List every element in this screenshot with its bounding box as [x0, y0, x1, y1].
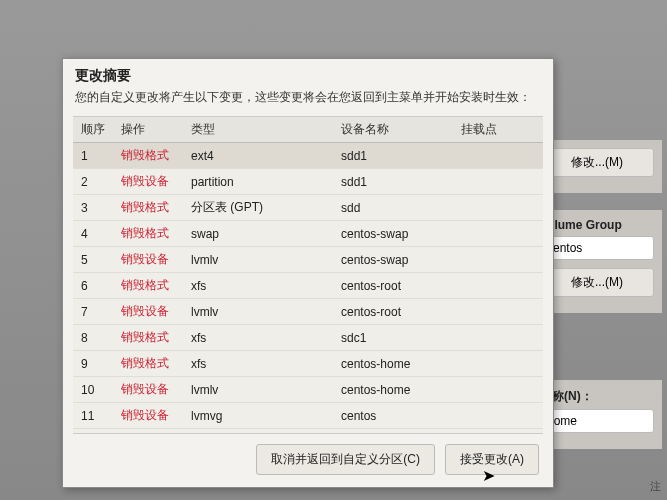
cell-type: lvmlv [183, 377, 333, 403]
cell-type: partition [183, 169, 333, 195]
cell-device: centos-swap [333, 221, 453, 247]
cell-mount [453, 325, 543, 351]
cell-device: centos [333, 403, 453, 429]
cell-order: 10 [73, 377, 113, 403]
cell-device: sdd1 [333, 169, 453, 195]
cell-mount [453, 299, 543, 325]
cell-type: xfs [183, 351, 333, 377]
cell-operation: 销毁设备 [113, 169, 183, 195]
bg-modify-button[interactable]: 修改...(M) [540, 268, 654, 297]
cell-type: xfs [183, 273, 333, 299]
footnote: 注 [650, 479, 661, 494]
dialog-title: 更改摘要 [75, 67, 541, 85]
changes-table: 顺序 操作 类型 设备名称 挂载点 1销毁格式ext4sdd12销毁设备part… [73, 117, 543, 434]
cell-type: 分区表 (GPT) [183, 195, 333, 221]
cell-operation: 销毁设备 [113, 247, 183, 273]
cell-type: ext4 [183, 143, 333, 169]
cell-order: 6 [73, 273, 113, 299]
accept-button[interactable]: 接受更改(A) [445, 444, 539, 475]
cell-device: centos-home [333, 377, 453, 403]
cell-device: centos-root [333, 299, 453, 325]
cell-device: centos-swap [333, 247, 453, 273]
cell-order: 1 [73, 143, 113, 169]
table-row[interactable]: 4销毁格式swapcentos-swap [73, 221, 543, 247]
table-row[interactable]: 9销毁格式xfscentos-home [73, 351, 543, 377]
table-row[interactable]: 3销毁格式分区表 (GPT)sdd [73, 195, 543, 221]
cell-mount [453, 351, 543, 377]
cell-mount [453, 195, 543, 221]
cell-type: lvmvg [183, 403, 333, 429]
changes-table-container: 顺序 操作 类型 设备名称 挂载点 1销毁格式ext4sdd12销毁设备part… [73, 116, 543, 434]
cell-device: centos-root [333, 273, 453, 299]
cell-order: 7 [73, 299, 113, 325]
cell-device: sdd [333, 195, 453, 221]
name-field[interactable]: home [540, 409, 654, 433]
vg-value[interactable]: centos [540, 236, 654, 260]
cell-mount [453, 247, 543, 273]
cell-mount [453, 143, 543, 169]
table-row[interactable]: 1销毁格式ext4sdd1 [73, 143, 543, 169]
cell-order: 11 [73, 403, 113, 429]
cell-mount [453, 221, 543, 247]
cell-operation: 销毁格式 [113, 325, 183, 351]
cell-operation: 销毁格式 [113, 195, 183, 221]
cell-order: 2 [73, 169, 113, 195]
cell-type: lvmlv [183, 299, 333, 325]
table-row[interactable]: 11销毁设备lvmvgcentos [73, 403, 543, 429]
col-operation[interactable]: 操作 [113, 117, 183, 143]
col-type[interactable]: 类型 [183, 117, 333, 143]
table-row[interactable]: 10销毁设备lvmlvcentos-home [73, 377, 543, 403]
cell-mount [453, 403, 543, 429]
col-order[interactable]: 顺序 [73, 117, 113, 143]
cell-operation: 销毁设备 [113, 403, 183, 429]
cell-mount [453, 377, 543, 403]
cell-order: 4 [73, 221, 113, 247]
cell-operation: 销毁设备 [113, 377, 183, 403]
cell-operation: 销毁设备 [113, 299, 183, 325]
cell-order: 5 [73, 247, 113, 273]
cell-mount [453, 273, 543, 299]
table-row[interactable]: 2销毁设备partitionsdd1 [73, 169, 543, 195]
cell-operation: 销毁格式 [113, 273, 183, 299]
cell-operation: 销毁格式 [113, 143, 183, 169]
name-label: 名称(N)： [540, 388, 654, 405]
table-row[interactable]: 6销毁格式xfscentos-root [73, 273, 543, 299]
cell-device: sdc1 [333, 325, 453, 351]
cell-type: xfs [183, 325, 333, 351]
cell-device: centos-home [333, 351, 453, 377]
table-row[interactable]: 5销毁设备lvmlvcentos-swap [73, 247, 543, 273]
bg-modify-top-button[interactable]: 修改...(M) [540, 148, 654, 177]
table-row[interactable]: 7销毁设备lvmlvcentos-root [73, 299, 543, 325]
col-device[interactable]: 设备名称 [333, 117, 453, 143]
cell-type: swap [183, 221, 333, 247]
cell-operation: 销毁格式 [113, 351, 183, 377]
cell-mount [453, 169, 543, 195]
cell-type: lvmlv [183, 247, 333, 273]
dialog-subtitle: 您的自定义更改将产生以下变更，这些变更将会在您返回到主菜单并开始安装时生效： [75, 89, 541, 106]
change-summary-dialog: 更改摘要 您的自定义更改将产生以下变更，这些变更将会在您返回到主菜单并开始安装时… [62, 58, 554, 488]
table-row[interactable]: 8销毁格式xfssdc1 [73, 325, 543, 351]
cell-operation: 销毁格式 [113, 221, 183, 247]
col-mount[interactable]: 挂载点 [453, 117, 543, 143]
cancel-button[interactable]: 取消并返回到自定义分区(C) [256, 444, 435, 475]
cell-device: sdd1 [333, 143, 453, 169]
cell-order: 9 [73, 351, 113, 377]
cell-order: 8 [73, 325, 113, 351]
vg-label: Volume Group [540, 218, 654, 232]
cell-order: 3 [73, 195, 113, 221]
